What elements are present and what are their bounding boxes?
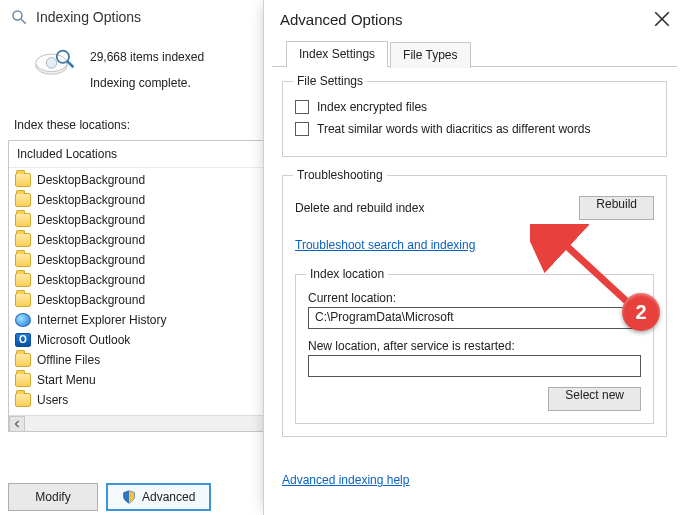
indexing-title: Indexing Options xyxy=(36,9,141,25)
list-item-label: Users xyxy=(37,393,68,407)
folder-icon xyxy=(15,193,31,207)
advanced-tabs: Index Settings File Types xyxy=(272,40,677,67)
new-location-field[interactable] xyxy=(308,355,641,377)
advanced-title: Advanced Options xyxy=(280,11,403,28)
list-item-label: Start Menu xyxy=(37,373,96,387)
file-settings-group: File Settings Index encrypted files Trea… xyxy=(282,81,667,157)
select-new-button[interactable]: Select new xyxy=(548,387,641,411)
svg-point-0 xyxy=(13,11,22,20)
folder-icon xyxy=(15,393,31,407)
list-item-label: Microsoft Outlook xyxy=(37,333,130,347)
svg-point-4 xyxy=(46,58,57,69)
checkbox-icon[interactable] xyxy=(295,100,309,114)
folder-icon xyxy=(15,373,31,387)
checkbox-icon[interactable] xyxy=(295,122,309,136)
index-encrypted-row[interactable]: Index encrypted files xyxy=(295,100,654,114)
modify-button[interactable]: Modify xyxy=(8,483,98,511)
folder-icon xyxy=(15,293,31,307)
diacritics-label: Treat similar words with diacritics as d… xyxy=(317,122,590,136)
items-indexed-label: 29,668 items indexed xyxy=(90,50,204,64)
diacritics-row[interactable]: Treat similar words with diacritics as d… xyxy=(295,122,654,136)
new-location-label: New location, after service is restarted… xyxy=(308,339,641,353)
list-item-label: DesktopBackground xyxy=(37,193,145,207)
troubleshoot-link[interactable]: Troubleshoot search and indexing xyxy=(295,238,475,252)
outlook-icon xyxy=(15,333,31,347)
magnifier-icon xyxy=(10,8,28,26)
svg-line-6 xyxy=(67,61,73,67)
delete-rebuild-label: Delete and rebuild index xyxy=(295,201,424,215)
modify-button-label: Modify xyxy=(35,490,70,504)
advanced-button[interactable]: Advanced xyxy=(106,483,211,511)
advanced-tab-body: File Settings Index encrypted files Trea… xyxy=(264,67,685,465)
list-item-label: Internet Explorer History xyxy=(37,313,166,327)
index-location-group: Index location Current location: C:\Prog… xyxy=(295,274,654,424)
index-encrypted-label: Index encrypted files xyxy=(317,100,427,114)
folder-icon xyxy=(15,233,31,247)
advanced-button-label: Advanced xyxy=(142,490,195,504)
rebuild-button[interactable]: Rebuild xyxy=(579,196,654,220)
current-location-field[interactable]: C:\ProgramData\Microsoft xyxy=(308,307,641,329)
file-settings-legend: File Settings xyxy=(293,74,367,88)
globe-icon xyxy=(15,313,31,327)
drive-magnifier-icon xyxy=(34,48,76,78)
svg-line-1 xyxy=(21,19,26,24)
list-item-label: DesktopBackground xyxy=(37,293,145,307)
tab-file-types[interactable]: File Types xyxy=(390,42,470,68)
shield-icon xyxy=(122,490,136,504)
folder-icon xyxy=(15,173,31,187)
current-location-label: Current location: xyxy=(308,291,641,305)
list-item-label: DesktopBackground xyxy=(37,213,145,227)
list-item-label: DesktopBackground xyxy=(37,273,145,287)
folder-icon xyxy=(15,253,31,267)
close-icon[interactable] xyxy=(653,10,671,28)
list-item-label: DesktopBackground xyxy=(37,173,145,187)
troubleshooting-group: Troubleshooting Delete and rebuild index… xyxy=(282,175,667,437)
list-item-label: DesktopBackground xyxy=(37,233,145,247)
folder-icon xyxy=(15,353,31,367)
advanced-options-window: Advanced Options Index Settings File Typ… xyxy=(263,0,685,515)
folder-icon xyxy=(15,273,31,287)
indexing-complete-label: Indexing complete. xyxy=(90,76,204,90)
rebuild-button-label: Rebuild xyxy=(596,197,637,211)
troubleshooting-legend: Troubleshooting xyxy=(293,168,387,182)
advanced-titlebar: Advanced Options xyxy=(264,0,685,40)
index-location-legend: Index location xyxy=(306,267,388,281)
folder-icon xyxy=(15,213,31,227)
list-item-label: Offline Files xyxy=(37,353,100,367)
tab-index-settings[interactable]: Index Settings xyxy=(286,41,388,67)
select-new-label: Select new xyxy=(565,388,624,402)
list-item-label: DesktopBackground xyxy=(37,253,145,267)
advanced-help-link[interactable]: Advanced indexing help xyxy=(282,473,409,487)
indexing-bottom-buttons: Modify Advanced xyxy=(8,483,211,511)
scroll-left-button[interactable] xyxy=(9,416,25,432)
